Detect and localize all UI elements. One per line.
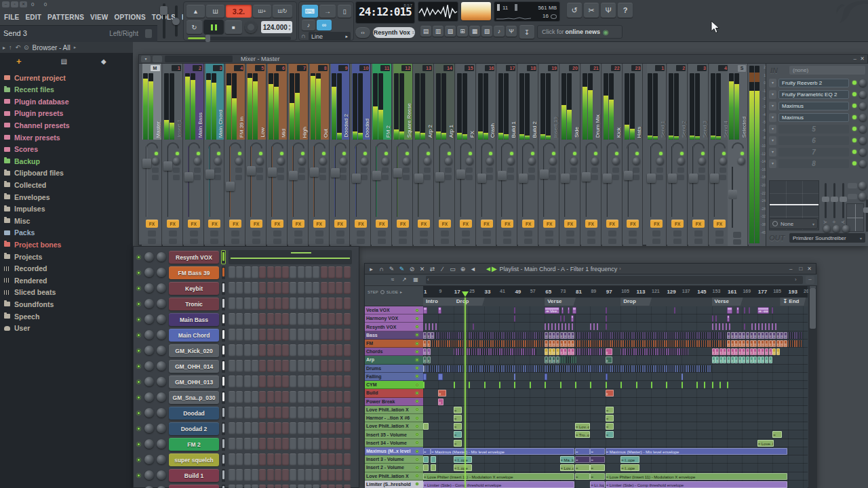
strip-link-btn[interactable]	[633, 167, 639, 173]
clip[interactable]: ≡	[731, 332, 734, 339]
rack-step-cell[interactable]	[229, 360, 235, 372]
strip-pan-knob[interactable]	[208, 142, 220, 148]
rack-pan-knob[interactable]	[144, 392, 154, 402]
clip[interactable]	[484, 382, 486, 388]
rack-step-cell[interactable]	[275, 298, 281, 310]
rack-step-cell[interactable]	[229, 344, 235, 357]
strip-clock-btn[interactable]	[715, 230, 724, 237]
rack-step-cell[interactable]	[305, 329, 312, 341]
strip-link-btn[interactable]	[214, 167, 221, 173]
strip-swap-btn[interactable]	[382, 175, 389, 180]
mixer-strip-square-reese[interactable]: 12Square ReeseFX	[393, 64, 413, 246]
rack-enable-led[interactable]	[137, 474, 140, 477]
playlist-track-power-break[interactable]: Power Break	[365, 398, 423, 406]
strip-link-btn[interactable]	[319, 167, 326, 173]
clip[interactable]: ≡	[545, 332, 548, 339]
rack-step-cell[interactable]	[282, 469, 289, 481]
rack-step-cell[interactable]	[344, 344, 351, 357]
rack-step-cell[interactable]	[275, 375, 281, 388]
rack-step-cell[interactable]	[267, 375, 274, 388]
clip[interactable]: ≡	[552, 340, 555, 347]
strip-swap-btn[interactable]	[298, 175, 305, 180]
strip-link-btn[interactable]	[612, 167, 619, 173]
fx-slot-2[interactable]: Fruity Parametric EQ 2	[778, 90, 849, 99]
strip-fader-handle[interactable]	[624, 171, 633, 180]
clip[interactable]: ≈ Love Philter (Insert 11) - Modulation …	[423, 473, 574, 480]
automation-tab-icon[interactable]: ↗	[399, 276, 409, 284]
clip[interactable]	[423, 382, 425, 388]
rack-enable-led[interactable]	[137, 427, 140, 430]
track-lane[interactable]: ≈≈	[423, 406, 808, 414]
rack-step-cell[interactable]	[282, 360, 289, 372]
strip-pan-knob[interactable]	[564, 142, 576, 148]
strip-rec-btn[interactable]	[148, 239, 156, 244]
rack-step-cell[interactable]	[275, 485, 281, 488]
clip[interactable]: ≡	[772, 340, 776, 347]
strip-sep-knob[interactable]	[719, 157, 727, 165]
clip[interactable]: ≡	[769, 357, 772, 363]
strip-mute-led[interactable]	[573, 152, 576, 155]
selected-pan-knob[interactable]	[732, 142, 744, 148]
rack-step-cell[interactable]	[313, 453, 319, 466]
rack-enable-led[interactable]	[137, 396, 140, 399]
rack-step-cell[interactable]	[328, 329, 335, 341]
track-lane[interactable]: ≡≡	[423, 389, 808, 397]
track-mute-led[interactable]	[416, 392, 418, 394]
rack-pan-knob[interactable]	[144, 439, 154, 449]
clip[interactable]: ≡	[431, 332, 434, 339]
eq-slider-handle[interactable]	[831, 197, 838, 202]
strip-mute-led[interactable]	[155, 152, 158, 155]
strip-fx-button[interactable]: FX	[627, 220, 639, 228]
clip[interactable]: ≡	[780, 332, 783, 339]
clip[interactable]	[715, 315, 717, 322]
rack-step-cell[interactable]	[313, 329, 319, 341]
clip[interactable]: ≈	[606, 431, 614, 438]
rack-volume-knob[interactable]	[157, 361, 166, 371]
clip[interactable]	[575, 382, 576, 388]
rack-step-cell[interactable]	[344, 422, 351, 434]
track-lane[interactable]	[423, 314, 808, 323]
rack-channel-button[interactable]: Doodad	[169, 407, 219, 420]
rack-step-cell[interactable]	[252, 453, 258, 466]
strip-pan-knob[interactable]	[334, 142, 347, 148]
rack-step-cell[interactable]	[236, 438, 243, 450]
browser-expand-icon[interactable]: ▸	[3, 45, 5, 51]
rack-step-cell[interactable]	[328, 407, 335, 419]
rack-step-cell[interactable]	[244, 298, 251, 310]
rack-pan-knob[interactable]	[144, 299, 154, 308]
clip[interactable]: ≈	[590, 456, 605, 463]
playlist-track-veela-vox[interactable]: Veela VOX	[365, 306, 423, 314]
strip-clock-btn[interactable]	[420, 230, 428, 237]
bin-icon[interactable]: ▯	[338, 5, 351, 18]
clip[interactable]: ≡	[568, 348, 571, 355]
rack-note-preview[interactable]	[229, 250, 352, 264]
strip-mute-led[interactable]	[301, 152, 304, 155]
strip-swap-btn[interactable]	[486, 175, 493, 180]
rack-step-cell[interactable]	[236, 422, 243, 434]
fx-slot-menu-icon[interactable]: ▾	[769, 90, 776, 99]
clip[interactable]: ≡	[556, 340, 559, 347]
rack-volume-knob[interactable]	[157, 299, 166, 308]
strip-sep-knob[interactable]	[528, 157, 536, 165]
clip[interactable]: ≡	[776, 348, 780, 355]
rack-step-cell[interactable]	[282, 282, 289, 294]
strip-sep-knob[interactable]	[382, 157, 389, 165]
song-mode-toggle[interactable]: ↻	[186, 20, 202, 34]
clip[interactable]	[438, 307, 441, 314]
rack-step-cell[interactable]	[305, 298, 312, 310]
strip-fader-handle[interactable]	[142, 159, 151, 168]
clip[interactable]: ≡	[438, 390, 446, 396]
track-lane[interactable]: ≈ I..ope≈ Lov..ope≈≈≈ I..ope	[423, 464, 808, 472]
strip-fx-button[interactable]: FX	[543, 220, 555, 228]
strip-sep-knob[interactable]	[698, 157, 706, 165]
strip-rec-btn[interactable]	[210, 239, 218, 244]
rack-step-cell[interactable]	[267, 407, 274, 419]
rack-step-cell[interactable]	[267, 485, 274, 488]
clip[interactable]: ≡	[776, 332, 780, 339]
clip[interactable]: ≈	[606, 415, 614, 422]
browser-item-soundfonts[interactable]: Soundfonts	[4, 298, 130, 310]
strip-sep-knob[interactable]	[214, 157, 222, 165]
clip[interactable]	[423, 464, 429, 471]
fx-slot-mix-knob[interactable]	[859, 125, 867, 133]
rack-step-cell[interactable]	[275, 391, 281, 403]
